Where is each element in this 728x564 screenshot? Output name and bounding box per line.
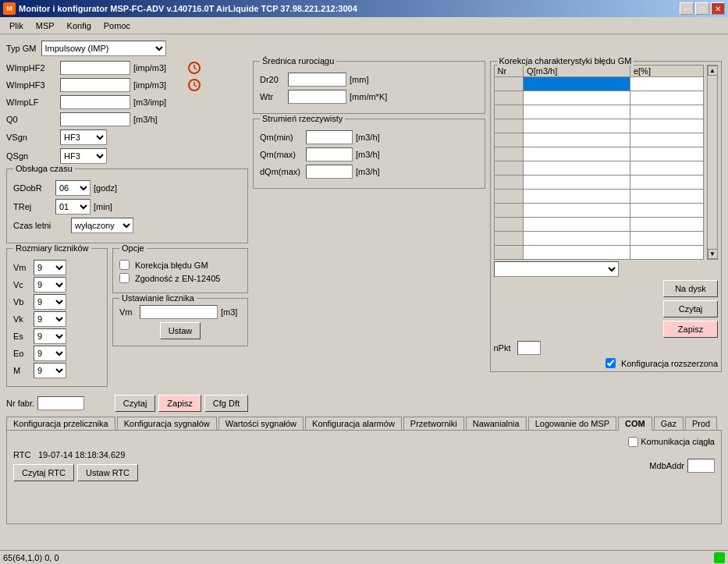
trej-unit: [min] [94, 202, 112, 211]
vc-select[interactable]: 9 [34, 277, 66, 293]
mdbaddr-label: MdbAddr [649, 461, 684, 470]
maximize-button[interactable]: □ [695, 2, 709, 15]
vb-select[interactable]: 9 [34, 294, 66, 310]
tab-konfiguracja-sygnalow[interactable]: Konfiguracja sygnałów [117, 417, 217, 430]
menu-konfig[interactable]: Konfig [61, 20, 98, 32]
korekcja-dropdown[interactable] [494, 261, 619, 277]
eo-select[interactable]: 9 [34, 346, 66, 361]
minimize-button[interactable]: ─ [680, 2, 694, 15]
wimpHF2-reset[interactable] [187, 61, 201, 75]
vc-label: Vc [13, 280, 30, 289]
status-text: 65(64,1,0) 0, 0 [3, 553, 59, 562]
qm-min-row: Qm(min) 0.00 [m3/h] [260, 130, 478, 144]
qm-max-row: Qm(max) 650.00 [m3/h] [260, 147, 478, 161]
left-column: WImpHF2 500.000 [imp/m3] WImpHF3 220.000… [6, 61, 248, 412]
ustawianie-vm-label: Vm [119, 307, 137, 317]
korekcja-checkbox[interactable] [119, 260, 130, 270]
gdobr-select[interactable]: 06 [55, 180, 91, 196]
npkt-label: nPkt [494, 343, 511, 353]
ustawianie-box: Ustawianie licznika Vm 10669314.48 [m3] … [112, 298, 248, 346]
czas-letni-select[interactable]: wyłączonywłączony [71, 218, 133, 233]
qsgn-select[interactable]: HF3HF2 [60, 148, 107, 164]
na-dysk-button[interactable]: Na dysk [663, 280, 718, 297]
tab-konfiguracja-przelicznika[interactable]: Konfiguracja przelicznika [6, 417, 115, 430]
row0-q[interactable] [524, 77, 630, 91]
komunikacja-ciagle-label: Komunikacja ciągła [641, 437, 715, 447]
close-button[interactable]: ✕ [711, 2, 725, 15]
menu-msp[interactable]: MSP [30, 20, 61, 32]
ustawianie-vm-input[interactable]: 10669314.48 [140, 305, 218, 319]
scroll-up-arrow[interactable]: ▲ [708, 66, 718, 76]
table-row [494, 176, 704, 190]
wimpHF3-input[interactable]: 220.000 [60, 78, 130, 92]
menu-plik[interactable]: Plik [3, 20, 30, 32]
tab-konfiguracja-alarmow[interactable]: Konfiguracja alarmów [305, 417, 402, 430]
table-row [494, 119, 704, 133]
wimpLF-input[interactable]: 1.00000 [60, 95, 130, 109]
czytaj-button[interactable]: Czytaj [115, 395, 156, 412]
dr20-label: Dr20 [260, 75, 285, 84]
tab-prod[interactable]: Prod [685, 417, 717, 430]
scroll-down-arrow[interactable]: ▼ [708, 249, 718, 259]
tab-gaz[interactable]: Gaz [654, 417, 684, 430]
tab-com[interactable]: COM [618, 417, 652, 431]
konfiguracja-checkbox[interactable] [605, 358, 616, 368]
komunikacja-ciagle-checkbox[interactable] [628, 437, 638, 447]
spacer [147, 450, 640, 481]
qsgn-label: QSgn [6, 151, 57, 161]
obsluga-czasu-title: Obsługa czasu [13, 164, 75, 173]
korekcja-scrollbar[interactable]: ▲ ▼ [707, 65, 718, 260]
nr-fabr-row: Nr fabr. 130601 Czytaj Zapisz Cfg Dft [6, 395, 248, 412]
qm-min-unit: [m3/h] [356, 133, 380, 142]
korekcja-table-area: Nr Q[m3/h] e[%] [494, 65, 719, 260]
korekcja-zapisz-button[interactable]: Zapisz [663, 321, 718, 338]
dr20-input[interactable]: 800.000 [288, 73, 346, 87]
typ-gm-select[interactable]: Impulsowy (IMP) Objętościowy Turbinowy [41, 41, 166, 56]
wtr-input[interactable]: 0.01200 [288, 90, 346, 104]
table-row [494, 105, 704, 119]
npkt-input[interactable]: 0 [517, 341, 541, 355]
tab-wartosci-sygnalow[interactable]: Wartości sygnałów [218, 417, 304, 430]
zgodnosc-check-row: Zgodność z EN-12405 [119, 273, 241, 283]
ustaw-rtc-button[interactable]: Ustaw RTC [77, 464, 138, 481]
tab-logowanie-msp[interactable]: Logowanie do MSP [528, 417, 616, 430]
tab-bar: Konfiguracja przelicznika Konfiguracja s… [6, 417, 722, 431]
rozmiary-opcje-row: Rozmiary liczników Vm 9 Vc 9 Vb 9 Vk [6, 248, 248, 392]
vm-select[interactable]: 9 [34, 260, 66, 275]
tab-przetworniki[interactable]: Przetworniki [403, 417, 464, 430]
status-led [714, 552, 725, 563]
vk-row: Vk 9 [13, 311, 101, 327]
col-q-header: Q[m3/h] [524, 66, 630, 77]
nr-fabr-input[interactable]: 130601 [37, 396, 84, 410]
tab-nawanialnia[interactable]: Nawanialnia [466, 417, 527, 430]
dqm-max-input[interactable]: 0.00 [306, 165, 353, 179]
trej-select[interactable]: 01 [55, 199, 91, 215]
row0-e[interactable] [630, 77, 703, 91]
vk-select[interactable]: 9 [34, 311, 66, 327]
qm-max-input[interactable]: 650.00 [306, 147, 353, 161]
menu-pomoc[interactable]: Pomoc [98, 20, 137, 32]
czytaj-rtc-button[interactable]: Czytaj RTC [13, 464, 74, 481]
table-row [494, 91, 704, 105]
mdbaddr-input[interactable]: 13 [687, 459, 715, 473]
wimpHF2-unit: [imp/m3] [133, 63, 184, 73]
table-row [494, 77, 704, 91]
vsgn-select[interactable]: HF3HF2 [60, 129, 107, 145]
com-content: RTC 19-07-14 18:18:34.629 Czytaj RTC Ust… [13, 450, 715, 481]
ustaw-button[interactable]: Ustaw [160, 322, 201, 339]
m-select[interactable]: 9 [34, 363, 66, 378]
korekcja-section: Korekcja charakterystyki błędu GM Nr Q[m… [490, 61, 723, 372]
korekcja-czytaj-button[interactable]: Czytaj [663, 300, 718, 317]
zapisz-button[interactable]: Zapisz [158, 395, 201, 412]
wimpHF2-input[interactable]: 500.000 [60, 61, 130, 75]
row0-nr [494, 77, 524, 91]
cfg-dft-button[interactable]: Cfg Dft [204, 395, 248, 412]
qm-min-input[interactable]: 0.00 [306, 130, 353, 144]
npkt-row: nPkt 0 [494, 341, 719, 355]
q0-input[interactable]: 3.00 [60, 112, 130, 126]
es-select[interactable]: 9 [34, 328, 66, 344]
wimpHF3-reset[interactable] [187, 78, 201, 92]
zgodnosc-checkbox[interactable] [119, 273, 130, 283]
m-label: M [13, 366, 30, 375]
window-title: Monitor i konfigurator MSP-FC-ADV v.1407… [19, 4, 357, 13]
